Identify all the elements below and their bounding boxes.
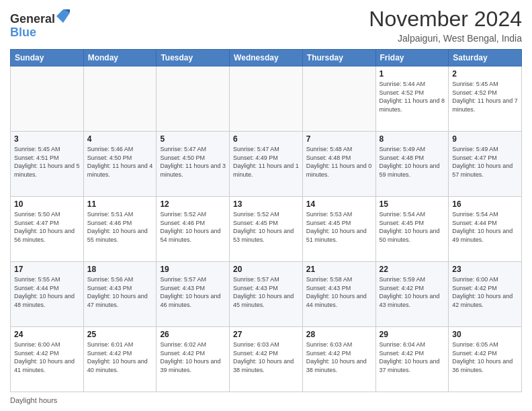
logo-icon [56, 9, 70, 23]
calendar-cell: 20Sunrise: 5:57 AM Sunset: 4:43 PM Dayli… [230, 262, 303, 327]
day-info: Sunrise: 6:01 AM Sunset: 4:42 PM Dayligh… [87, 340, 153, 374]
day-info: Sunrise: 5:52 AM Sunset: 4:45 PM Dayligh… [233, 210, 299, 244]
week-row-2: 10Sunrise: 5:50 AM Sunset: 4:47 PM Dayli… [11, 197, 522, 262]
calendar-cell: 17Sunrise: 5:55 AM Sunset: 4:44 PM Dayli… [11, 262, 84, 327]
col-wednesday: Wednesday [230, 50, 303, 66]
day-info: Sunrise: 6:03 AM Sunset: 4:42 PM Dayligh… [306, 340, 372, 374]
calendar-cell: 9Sunrise: 5:49 AM Sunset: 4:47 PM Daylig… [449, 132, 522, 197]
day-number: 23 [452, 265, 518, 274]
day-number: 9 [452, 134, 518, 144]
week-row-0: 1Sunrise: 5:44 AM Sunset: 4:52 PM Daylig… [11, 66, 522, 132]
day-info: Sunrise: 5:55 AM Sunset: 4:44 PM Dayligh… [14, 275, 80, 309]
calendar-cell: 2Sunrise: 5:45 AM Sunset: 4:52 PM Daylig… [449, 66, 522, 132]
calendar-cell: 22Sunrise: 5:59 AM Sunset: 4:42 PM Dayli… [375, 262, 449, 327]
day-number: 4 [87, 134, 153, 144]
day-info: Sunrise: 5:56 AM Sunset: 4:43 PM Dayligh… [87, 275, 153, 309]
page: General Blue November 2024 Jalpaiguri, W… [0, 0, 532, 411]
calendar-cell: 27Sunrise: 6:03 AM Sunset: 4:42 PM Dayli… [230, 327, 303, 392]
day-info: Sunrise: 5:45 AM Sunset: 4:52 PM Dayligh… [452, 80, 518, 113]
day-info: Sunrise: 5:51 AM Sunset: 4:46 PM Dayligh… [87, 210, 153, 244]
day-info: Sunrise: 6:03 AM Sunset: 4:42 PM Dayligh… [233, 340, 299, 374]
logo-blue-text: Blue [10, 26, 70, 40]
day-info: Sunrise: 6:02 AM Sunset: 4:42 PM Dayligh… [160, 340, 226, 374]
calendar-cell: 11Sunrise: 5:51 AM Sunset: 4:46 PM Dayli… [83, 197, 157, 262]
calendar-cell: 16Sunrise: 5:54 AM Sunset: 4:44 PM Dayli… [449, 197, 522, 262]
calendar-cell: 21Sunrise: 5:58 AM Sunset: 4:43 PM Dayli… [302, 262, 375, 327]
calendar-cell: 3Sunrise: 5:45 AM Sunset: 4:51 PM Daylig… [11, 132, 84, 197]
week-row-3: 17Sunrise: 5:55 AM Sunset: 4:44 PM Dayli… [11, 262, 522, 327]
day-number: 15 [380, 199, 445, 209]
calendar-cell: 7Sunrise: 5:48 AM Sunset: 4:48 PM Daylig… [302, 132, 375, 197]
location-subtitle: Jalpaiguri, West Bengal, India [369, 33, 522, 44]
day-number: 14 [306, 199, 372, 209]
day-info: Sunrise: 5:48 AM Sunset: 4:48 PM Dayligh… [306, 145, 372, 179]
footer: Daylight hours [10, 396, 522, 404]
day-info: Sunrise: 5:49 AM Sunset: 4:47 PM Dayligh… [452, 145, 518, 179]
day-number: 22 [380, 265, 445, 274]
calendar-table: Sunday Monday Tuesday Wednesday Thursday… [10, 49, 522, 392]
day-info: Sunrise: 6:05 AM Sunset: 4:42 PM Dayligh… [452, 340, 518, 374]
day-info: Sunrise: 5:57 AM Sunset: 4:43 PM Dayligh… [233, 275, 299, 309]
header: General Blue November 2024 Jalpaiguri, W… [10, 7, 522, 44]
calendar-cell: 6Sunrise: 5:47 AM Sunset: 4:49 PM Daylig… [230, 132, 303, 197]
day-number: 11 [87, 199, 153, 209]
calendar-cell: 1Sunrise: 5:44 AM Sunset: 4:52 PM Daylig… [375, 66, 449, 132]
logo-text: General [10, 9, 70, 26]
day-info: Sunrise: 6:04 AM Sunset: 4:42 PM Dayligh… [380, 340, 445, 374]
logo-general: General [10, 12, 55, 26]
calendar-cell: 26Sunrise: 6:02 AM Sunset: 4:42 PM Dayli… [157, 327, 230, 392]
day-number: 8 [380, 134, 445, 144]
day-number: 19 [160, 265, 226, 274]
day-info: Sunrise: 5:45 AM Sunset: 4:51 PM Dayligh… [14, 145, 80, 179]
col-sunday: Sunday [11, 50, 84, 66]
day-info: Sunrise: 5:52 AM Sunset: 4:46 PM Dayligh… [160, 210, 226, 244]
day-number: 30 [452, 330, 518, 339]
day-number: 6 [233, 134, 299, 144]
daylight-label: Daylight hours [10, 396, 57, 404]
day-number: 10 [14, 199, 80, 209]
day-number: 2 [452, 69, 518, 79]
day-number: 13 [233, 199, 299, 209]
calendar-cell: 23Sunrise: 6:00 AM Sunset: 4:42 PM Dayli… [449, 262, 522, 327]
calendar-cell [157, 66, 230, 132]
calendar-cell: 19Sunrise: 5:57 AM Sunset: 4:43 PM Dayli… [157, 262, 230, 327]
calendar-cell: 25Sunrise: 6:01 AM Sunset: 4:42 PM Dayli… [83, 327, 157, 392]
week-row-1: 3Sunrise: 5:45 AM Sunset: 4:51 PM Daylig… [11, 132, 522, 197]
day-info: Sunrise: 5:50 AM Sunset: 4:47 PM Dayligh… [14, 210, 80, 244]
day-number: 18 [87, 265, 153, 274]
day-number: 5 [160, 134, 226, 144]
day-info: Sunrise: 6:00 AM Sunset: 4:42 PM Dayligh… [452, 275, 518, 309]
col-tuesday: Tuesday [157, 50, 230, 66]
col-thursday: Thursday [302, 50, 375, 66]
day-number: 21 [306, 265, 372, 274]
logo: General Blue [10, 9, 70, 40]
calendar-cell: 13Sunrise: 5:52 AM Sunset: 4:45 PM Dayli… [230, 197, 303, 262]
calendar-cell: 29Sunrise: 6:04 AM Sunset: 4:42 PM Dayli… [375, 327, 449, 392]
day-number: 17 [14, 265, 80, 274]
day-info: Sunrise: 5:49 AM Sunset: 4:48 PM Dayligh… [380, 145, 445, 179]
calendar-cell [83, 66, 157, 132]
header-row: Sunday Monday Tuesday Wednesday Thursday… [11, 50, 522, 66]
day-number: 28 [306, 330, 372, 339]
calendar-cell [11, 66, 84, 132]
day-number: 29 [380, 330, 445, 339]
calendar-cell: 8Sunrise: 5:49 AM Sunset: 4:48 PM Daylig… [375, 132, 449, 197]
calendar-cell: 30Sunrise: 6:05 AM Sunset: 4:42 PM Dayli… [449, 327, 522, 392]
calendar-cell: 4Sunrise: 5:46 AM Sunset: 4:50 PM Daylig… [83, 132, 157, 197]
month-title: November 2024 [369, 7, 522, 32]
day-number: 16 [452, 199, 518, 209]
calendar-cell: 24Sunrise: 6:00 AM Sunset: 4:42 PM Dayli… [11, 327, 84, 392]
calendar-cell: 28Sunrise: 6:03 AM Sunset: 4:42 PM Dayli… [302, 327, 375, 392]
day-info: Sunrise: 5:59 AM Sunset: 4:42 PM Dayligh… [380, 275, 445, 309]
calendar-cell: 5Sunrise: 5:47 AM Sunset: 4:50 PM Daylig… [157, 132, 230, 197]
day-number: 20 [233, 265, 299, 274]
calendar-cell: 15Sunrise: 5:54 AM Sunset: 4:45 PM Dayli… [375, 197, 449, 262]
calendar-cell [302, 66, 375, 132]
day-number: 7 [306, 134, 372, 144]
day-info: Sunrise: 5:46 AM Sunset: 4:50 PM Dayligh… [87, 145, 153, 179]
day-number: 24 [14, 330, 80, 339]
day-info: Sunrise: 5:53 AM Sunset: 4:45 PM Dayligh… [306, 210, 372, 244]
calendar-cell [230, 66, 303, 132]
day-number: 12 [160, 199, 226, 209]
day-info: Sunrise: 5:54 AM Sunset: 4:44 PM Dayligh… [452, 210, 518, 244]
